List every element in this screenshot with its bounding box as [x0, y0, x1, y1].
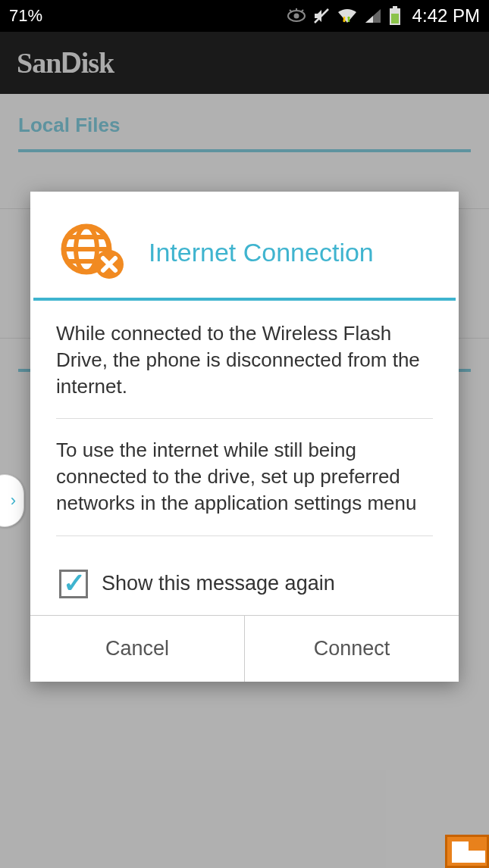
- status-bar: 71% 4:42 PM: [0, 0, 489, 32]
- checkbox[interactable]: ✓: [59, 570, 88, 598]
- svg-point-1: [293, 14, 299, 19]
- dialog-title: Internet Connection: [149, 238, 374, 267]
- battery-icon: [388, 6, 402, 26]
- status-time: 4:42 PM: [412, 5, 480, 27]
- dialog-paragraph-2: To use the internet while still being co…: [30, 437, 459, 517]
- status-indicators: 4:42 PM: [287, 5, 480, 27]
- mute-icon: [312, 7, 331, 25]
- checkmark-icon: ✓: [63, 567, 86, 599]
- checkbox-label: Show this message again: [102, 572, 335, 595]
- app-header: SanDisk: [0, 32, 489, 94]
- globe-offline-icon: [58, 222, 127, 283]
- internet-connection-dialog: Internet Connection While connected to t…: [30, 192, 459, 682]
- smart-stay-icon: [287, 8, 306, 24]
- divider: [56, 535, 433, 536]
- signal-icon: [364, 8, 382, 24]
- svg-rect-8: [391, 14, 399, 23]
- brand-logo: SanDisk: [17, 46, 114, 80]
- wifi-icon: [337, 8, 358, 24]
- battery-percentage: 71%: [9, 6, 287, 26]
- dialog-header: Internet Connection: [33, 192, 456, 301]
- chevron-right-icon: ›: [11, 491, 16, 510]
- connect-button[interactable]: Connect: [244, 616, 459, 682]
- divider: [56, 418, 433, 419]
- show-again-checkbox-row[interactable]: ✓ Show this message again: [30, 554, 459, 615]
- dialog-paragraph-1: While connected to the Wireless Flash Dr…: [30, 301, 459, 400]
- cancel-button[interactable]: Cancel: [30, 616, 244, 682]
- svg-rect-6: [393, 6, 397, 8]
- watermark-badge: [445, 835, 489, 868]
- dialog-button-row: Cancel Connect: [30, 615, 459, 682]
